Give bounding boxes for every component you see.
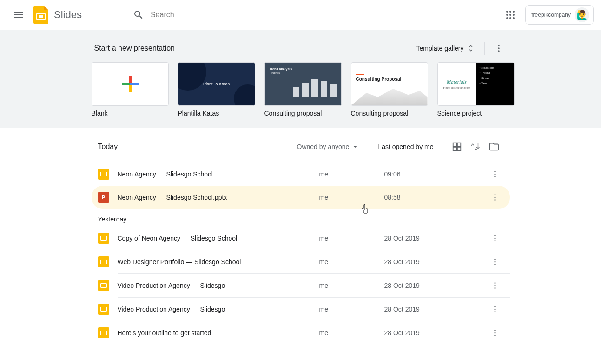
thumb-inner-title: Materials xyxy=(447,79,467,84)
search-bar[interactable] xyxy=(133,9,501,20)
thumb-inner-sub: Findings xyxy=(270,72,337,74)
template-list: Blank Plantilla Katas Plantilla Katas Tr… xyxy=(92,62,510,117)
svg-point-36 xyxy=(494,308,495,310)
template-section-title: Start a new presentation xyxy=(94,44,175,52)
file-row[interactable]: Web Designer Portfolio — Slidesgo School… xyxy=(92,250,510,273)
svg-point-40 xyxy=(494,335,495,336)
file-owner: me xyxy=(319,170,384,178)
avatar: 🙋‍♂️ xyxy=(575,7,589,22)
template-blank[interactable]: Blank xyxy=(92,62,169,117)
slides-file-icon xyxy=(98,256,109,267)
svg-point-28 xyxy=(494,240,495,241)
powerpoint-icon: P xyxy=(98,192,109,203)
svg-rect-1 xyxy=(39,15,43,18)
file-date: 28 Oct 2019 xyxy=(384,234,487,242)
svg-point-22 xyxy=(494,176,495,177)
sort-filter[interactable]: Last opened by me xyxy=(378,143,433,150)
svg-point-8 xyxy=(506,17,508,19)
section-label: Today xyxy=(98,143,297,151)
file-row[interactable]: P Neon Agency — Slidesgo School.pptx me … xyxy=(92,186,510,209)
svg-point-33 xyxy=(494,285,495,286)
slides-file-icon xyxy=(98,169,109,180)
slides-file-icon xyxy=(98,304,109,315)
hamburger-icon xyxy=(13,9,24,20)
header-right: freepikcompany 🙋‍♂️ xyxy=(501,5,594,25)
main-menu-button[interactable] xyxy=(7,4,30,26)
svg-point-27 xyxy=(494,237,495,239)
file-owner: me xyxy=(319,234,384,242)
file-row[interactable]: Video Production Agency — Slidesgo me 28… xyxy=(92,274,510,297)
svg-point-23 xyxy=(494,194,495,195)
template-label: Consulting proposal xyxy=(351,110,428,117)
template-katas[interactable]: Plantilla Katas Plantilla Katas xyxy=(178,62,255,117)
file-more-button[interactable] xyxy=(487,230,503,247)
file-row[interactable]: Video Production Agency — Slidesgo me 28… xyxy=(92,298,510,321)
thumb-inner-title: Trend analysis xyxy=(270,67,337,71)
file-more-button[interactable] xyxy=(487,301,503,318)
template-consulting-1[interactable]: Trend analysis Findings Consulting propo… xyxy=(264,62,342,117)
file-date: 28 Oct 2019 xyxy=(384,329,487,337)
svg-rect-17 xyxy=(122,83,130,85)
file-date: 08:58 xyxy=(384,194,487,201)
more-vert-icon xyxy=(491,234,499,242)
file-more-button[interactable] xyxy=(487,254,503,270)
slides-logo-icon xyxy=(32,6,50,24)
grid-view-button[interactable] xyxy=(448,137,466,156)
svg-point-10 xyxy=(513,17,515,19)
file-more-button[interactable] xyxy=(487,277,503,294)
sort-az-button[interactable]: AZ xyxy=(466,137,485,156)
file-name: Web Designer Portfolio — Slidesgo School xyxy=(118,258,319,266)
template-more-button[interactable] xyxy=(490,40,507,57)
file-row[interactable]: Copy of Neon Agency — Slidesgo School me… xyxy=(92,227,510,250)
svg-point-7 xyxy=(513,14,515,16)
owner-filter[interactable]: Owned by anyone xyxy=(297,143,360,151)
file-more-button[interactable] xyxy=(487,166,503,182)
file-owner: me xyxy=(319,258,384,266)
template-label: Consulting proposal xyxy=(264,110,342,117)
template-gallery-button[interactable]: Template gallery xyxy=(413,41,479,55)
file-more-button[interactable] xyxy=(487,325,503,341)
more-vert-icon xyxy=(491,170,499,178)
file-name: Video Production Agency — Slidesgo xyxy=(118,282,319,289)
template-science[interactable]: Materials Found around the house 3 Ballo… xyxy=(437,62,515,117)
file-row[interactable]: Neon Agency — Slidesgo School me 09:06 xyxy=(92,162,510,186)
section-label: Yesterday xyxy=(92,209,510,227)
template-label: Science project xyxy=(437,110,515,117)
search-input[interactable] xyxy=(151,11,337,19)
file-name: Neon Agency — Slidesgo School xyxy=(118,170,319,178)
svg-point-26 xyxy=(494,235,495,236)
template-gallery-section: Start a new presentation Template galler… xyxy=(0,30,601,128)
file-name: Video Production Agency — Slidesgo xyxy=(118,306,319,313)
slides-file-icon xyxy=(98,233,109,244)
google-apps-button[interactable] xyxy=(501,6,520,24)
owner-filter-label: Owned by anyone xyxy=(297,143,350,150)
file-more-button[interactable] xyxy=(487,189,503,206)
more-vert-icon xyxy=(494,44,503,53)
svg-point-13 xyxy=(498,50,500,52)
thumb-inner-sub: Found around the house xyxy=(443,86,470,89)
template-thumb xyxy=(92,62,169,106)
svg-point-21 xyxy=(494,173,495,175)
file-picker-button[interactable] xyxy=(485,137,503,156)
file-owner: me xyxy=(319,194,384,201)
svg-point-2 xyxy=(506,11,508,13)
svg-point-32 xyxy=(494,282,495,284)
more-vert-icon xyxy=(491,329,499,337)
template-consulting-2[interactable]: Consulting Proposal Consulting proposal xyxy=(351,62,428,117)
file-date: 28 Oct 2019 xyxy=(384,258,487,266)
svg-point-6 xyxy=(509,14,511,16)
more-vert-icon xyxy=(491,305,499,313)
svg-point-25 xyxy=(494,199,495,201)
svg-point-30 xyxy=(494,261,495,262)
account-label: freepikcompany xyxy=(531,12,571,18)
divider xyxy=(484,42,485,55)
app-logo[interactable]: Slides xyxy=(32,6,82,24)
documents-section: Today Owned by anyone Last opened by me … xyxy=(92,128,510,344)
account-switcher[interactable]: freepikcompany 🙋‍♂️ xyxy=(525,5,594,25)
file-row[interactable]: Here's your outline to get started me 28… xyxy=(92,321,510,344)
svg-point-12 xyxy=(498,47,500,49)
svg-point-3 xyxy=(509,11,511,13)
template-thumb: Consulting Proposal xyxy=(351,62,428,106)
svg-point-5 xyxy=(506,14,508,16)
svg-point-34 xyxy=(494,287,495,289)
